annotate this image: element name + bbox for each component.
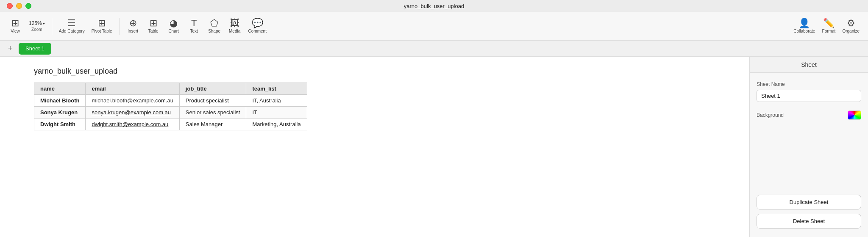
toolbar: ⊞ View 125% ▾ Zoom ☰ Add Category ⊞ Pivo… [0,12,868,41]
sheet-name-field: Sheet Name [757,81,861,102]
pivot-table-label: Pivot Table [92,29,112,33]
duplicate-sheet-button[interactable]: Duplicate Sheet [757,195,861,209]
background-color-swatch[interactable] [848,110,861,120]
add-sheet-button[interactable]: + [5,44,15,54]
spreadsheet-table-container: name email job_title team_list Michael B… [34,83,307,130]
panel-body: Sheet Name Background [750,73,868,195]
separator-1 [52,18,52,35]
collaborate-button[interactable]: 👤 Collaborate [790,17,818,35]
insert-button[interactable]: ⊕ Insert [123,17,143,35]
format-button[interactable]: ✏️ Format [818,17,839,35]
cell-email: sonya.krugen@example.com.au [86,107,179,118]
right-panel: Sheet Sheet Name Background Duplicate Sh… [749,57,868,237]
text-icon: T [191,19,197,28]
col-header-email: email [86,83,179,95]
minimize-button[interactable] [16,3,22,9]
insert-icon: ⊕ [129,19,137,28]
text-button[interactable]: T Text [184,17,204,35]
zoom-label: Zoom [31,27,42,32]
media-button[interactable]: 🖼 Media [225,17,245,35]
cell-email: michael.blooth@example.com.au [86,95,179,107]
cell-job-title: Product specialist [179,95,246,107]
comment-label: Comment [248,29,267,33]
col-header-job-title: job_title [179,83,246,95]
background-row: Background [757,110,861,120]
add-category-icon: ☰ [67,19,76,28]
table-row: Sonya Krugensonya.krugen@example.com.auS… [34,107,307,118]
chart-button[interactable]: ◕ Chart [164,17,184,35]
organize-label: Organize [842,29,860,33]
cell-name: Michael Blooth [34,95,86,107]
cell-job-title: Senior sales specialist [179,107,246,118]
add-category-button[interactable]: ☰ Add Category [56,17,88,35]
col-header-team-list: team_list [246,83,307,95]
format-icon: ✏️ [823,19,835,28]
sheet-tab-1[interactable]: Sheet 1 [19,43,51,55]
chart-icon: ◕ [170,19,178,28]
shape-label: Shape [208,29,220,33]
shape-button[interactable]: ⬠ Shape [204,17,225,35]
background-label: Background [757,112,784,118]
data-table: name email job_title team_list Michael B… [34,83,307,130]
cell-job-title: Sales Manager [179,118,246,130]
cell-email: dwight.smith@example.com.au [86,118,179,130]
table-icon: ⊞ [150,19,157,28]
insert-label: Insert [128,29,138,33]
table-row: Michael Bloothmichael.blooth@example.com… [34,95,307,107]
organize-button[interactable]: ⚙ Organize [839,17,863,35]
separator-2 [119,18,120,35]
table-row: Dwight Smithdwight.smith@example.com.auS… [34,118,307,130]
media-icon: 🖼 [230,19,239,28]
traffic-lights [7,3,31,9]
main-content: yarno_bulk_user_upload name email job_ti… [0,57,868,237]
table-header-row: name email job_title team_list [34,83,307,95]
cell-team-list: IT [246,107,307,118]
comment-button[interactable]: 💬 Comment [245,17,270,35]
view-label: View [11,29,20,33]
text-label: Text [190,29,198,33]
shape-icon: ⬠ [210,19,218,28]
panel-header: Sheet [750,57,868,73]
format-label: Format [822,29,836,33]
view-icon: ⊞ [11,19,19,28]
panel-actions: Duplicate Sheet Delete Sheet [750,195,868,237]
spreadsheet-area: yarno_bulk_user_upload name email job_ti… [0,57,749,237]
window-title: yarno_bulk_user_upload [404,3,464,9]
sheet-name-label: Sheet Name [757,81,861,87]
collaborate-icon: 👤 [798,19,810,28]
sheet-name-input[interactable] [757,90,861,102]
spreadsheet-title: yarno_bulk_user_upload [34,67,117,76]
chart-label: Chart [168,29,178,33]
collaborate-label: Collaborate [793,29,815,33]
view-button[interactable]: ⊞ View [5,17,25,35]
table-label: Table [148,29,159,33]
cell-team-list: IT, Australia [246,95,307,107]
panel-header-label: Sheet [801,61,817,68]
cell-name: Dwight Smith [34,118,86,130]
col-header-name: name [34,83,86,95]
close-button[interactable] [7,3,13,9]
cell-name: Sonya Krugen [34,107,86,118]
pivot-table-button[interactable]: ⊞ Pivot Table [88,17,116,35]
comment-icon: 💬 [252,19,263,28]
table-button[interactable]: ⊞ Table [143,17,164,35]
cell-team-list: Marketing, Australia [246,118,307,130]
title-bar: yarno_bulk_user_upload [0,0,868,12]
maximize-button[interactable] [25,3,31,9]
zoom-value: 125% ▾ [29,20,45,26]
sheet-tab-bar: + Sheet 1 [0,41,868,57]
zoom-control[interactable]: 125% ▾ Zoom [25,19,48,33]
organize-icon: ⚙ [847,19,855,28]
delete-sheet-button[interactable]: Delete Sheet [757,214,861,229]
pivot-table-icon: ⊞ [98,19,106,28]
add-category-label: Add Category [59,29,85,33]
media-label: Media [229,29,240,33]
